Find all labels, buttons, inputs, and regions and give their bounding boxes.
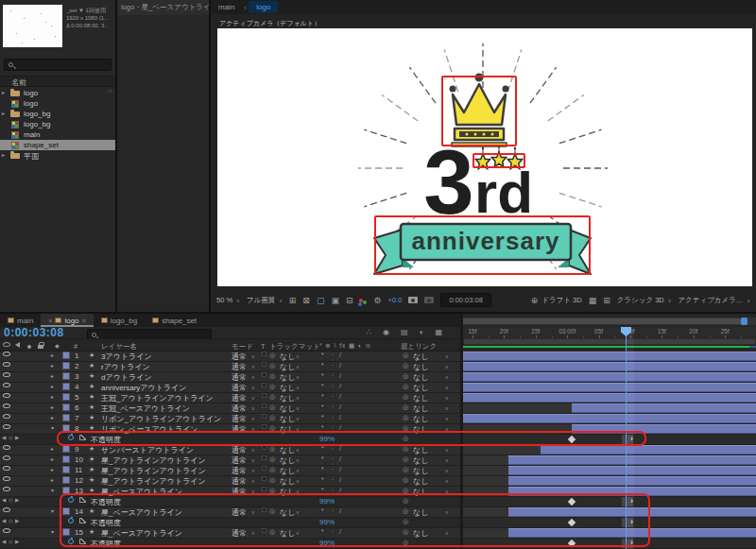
quality-switch-icon[interactable]: / <box>339 476 341 483</box>
layer-duration-bar[interactable] <box>463 393 756 403</box>
track-matte-pickwhip-icon[interactable]: ◎ <box>269 352 275 359</box>
layer-name[interactable]: 王冠_アウトラインアウトライン <box>101 393 214 403</box>
video-column-icon[interactable] <box>3 342 10 347</box>
track-matte-pickwhip-icon[interactable]: ◎ <box>269 372 275 380</box>
parent-pickwhip-icon[interactable]: ◎ <box>403 352 408 359</box>
layer-duration-bar[interactable] <box>463 372 756 382</box>
preserve-transparency-checkbox[interactable] <box>262 466 266 471</box>
expand-chevron-icon[interactable]: ▸ <box>51 372 54 379</box>
expand-chevron-icon[interactable]: ▸ <box>51 466 54 472</box>
expand-chevron-icon[interactable]: ▾ <box>51 507 54 514</box>
project-item-main[interactable]: main <box>0 129 115 140</box>
effects-switch-icon[interactable]: · <box>332 476 334 483</box>
layer-name[interactable]: サンバーストアウトライン <box>101 445 194 455</box>
solo-column-icon[interactable] <box>27 345 31 349</box>
graph-editor-icon[interactable]: ▦ <box>435 328 442 336</box>
snapshot-camera-icon[interactable] <box>408 297 418 303</box>
timeline-tab-logo_bg[interactable]: logo_bg <box>94 314 145 327</box>
layer-row-6[interactable]: ▸6★王冠_ベースアウトライン通常∨◎なし∨*·/◎なし∨ <box>0 403 756 414</box>
layer-duration-bar[interactable] <box>572 403 756 413</box>
collapse-switch-icon[interactable]: * <box>321 466 324 472</box>
blend-mode-dropdown[interactable]: 通常 <box>232 393 247 403</box>
project-item-平面[interactable]: ▸平面 <box>0 150 115 161</box>
label-color-chip[interactable] <box>62 383 70 390</box>
quality-switch-icon[interactable]: / <box>339 352 341 358</box>
quality-switch-icon[interactable]: / <box>339 362 341 369</box>
label-color-chip[interactable] <box>62 403 70 411</box>
track-matte-pickwhip-icon[interactable]: ◎ <box>269 445 275 453</box>
visibility-eye-icon[interactable] <box>3 445 10 450</box>
blend-mode-dropdown[interactable]: 通常 <box>232 445 247 455</box>
channel-rgb-icon[interactable] <box>359 299 363 302</box>
current-time-display[interactable]: 0:00:03:08 <box>4 326 64 339</box>
expand-chevron-icon[interactable]: ▸ <box>51 383 54 389</box>
quality-switch-icon[interactable]: / <box>339 455 341 462</box>
track-matte-pickwhip-icon[interactable]: ◎ <box>269 455 275 463</box>
renderer-dropdown[interactable]: クラシック 3D∨ <box>617 296 672 305</box>
effects-switch-icon[interactable]: · <box>332 455 334 462</box>
project-item-logo_bg[interactable]: ▸logo_bg <box>0 109 115 119</box>
parent-dropdown[interactable]: なし <box>413 362 428 372</box>
preserve-transparency-checkbox[interactable] <box>262 476 266 481</box>
t-column-header[interactable]: T <box>261 342 266 351</box>
next-keyframe-icon[interactable]: ▶ <box>15 539 19 544</box>
effects-switch-icon[interactable]: · <box>332 445 334 452</box>
effects-switch-icon[interactable]: · <box>332 383 334 389</box>
expand-chevron-icon[interactable]: ▸ <box>2 151 5 158</box>
quality-switch-icon[interactable]: / <box>339 414 341 420</box>
project-search-input[interactable] <box>4 59 112 71</box>
effects-switch-icon[interactable]: · <box>332 362 334 369</box>
expand-chevron-icon[interactable]: ▾ <box>51 424 54 431</box>
preserve-transparency-checkbox[interactable] <box>262 383 266 387</box>
preserve-transparency-checkbox[interactable] <box>262 414 266 419</box>
track-matte-pickwhip-icon[interactable]: ◎ <box>269 414 275 421</box>
collapse-switch-icon[interactable]: * <box>321 393 324 400</box>
transparency-grid-icon[interactable]: ▣ <box>331 296 339 305</box>
visibility-eye-icon[interactable] <box>3 476 10 481</box>
track-matte-column-header[interactable]: トラックマット <box>269 342 320 352</box>
expand-chevron-icon[interactable]: ▾ <box>51 487 54 493</box>
quality-switch-icon[interactable]: / <box>339 487 341 493</box>
expand-chevron-icon[interactable]: ▸ <box>51 403 54 410</box>
preserve-transparency-checkbox[interactable] <box>262 424 266 429</box>
layer-name[interactable]: rアウトライン <box>101 362 150 372</box>
lock-column-icon[interactable] <box>38 345 43 349</box>
visibility-eye-icon[interactable] <box>3 383 10 387</box>
layer-row-3[interactable]: ▸3★dアウトライン通常∨◎なし∨*·/◎なし∨ <box>0 372 756 383</box>
visibility-eye-icon[interactable] <box>3 466 10 471</box>
layer-duration-bar[interactable] <box>463 352 756 361</box>
preserve-transparency-checkbox[interactable] <box>262 362 266 367</box>
label-color-chip[interactable] <box>62 362 70 369</box>
visibility-eye-icon[interactable] <box>3 414 10 419</box>
expand-chevron-icon[interactable]: ▸ <box>51 455 54 462</box>
audio-column-icon[interactable] <box>15 342 20 348</box>
collapse-switch-icon[interactable]: * <box>321 403 324 410</box>
navigator-end-handle[interactable] <box>741 317 747 325</box>
quality-switch-icon[interactable]: / <box>339 466 341 472</box>
visibility-eye-icon[interactable] <box>3 455 10 460</box>
timeline-navigator[interactable] <box>463 317 756 325</box>
layer-row-1[interactable]: ▸1★3アウトライン通常∨◎なし∨*·/◎なし∨ <box>0 352 756 362</box>
expand-chevron-icon[interactable]: ▸ <box>51 362 54 369</box>
collapse-switch-icon[interactable]: * <box>321 383 324 389</box>
draft-3d-toggle[interactable]: ⊕ドラフト 3D <box>531 296 582 305</box>
prev-keyframe-icon[interactable]: ◀ <box>2 518 6 523</box>
blend-mode-dropdown[interactable]: 通常 <box>232 455 247 466</box>
label-column-icon[interactable]: ◆ <box>55 342 60 349</box>
effects-switch-icon[interactable]: · <box>332 372 334 379</box>
layer-duration-bar[interactable] <box>463 362 756 371</box>
parent-pickwhip-icon[interactable]: ◎ <box>403 372 408 380</box>
parent-dropdown[interactable]: なし <box>413 414 428 424</box>
visibility-eye-icon[interactable] <box>3 362 10 367</box>
prev-keyframe-icon[interactable]: ◀ <box>2 539 6 544</box>
parent-pickwhip-icon[interactable]: ◎ <box>403 383 408 390</box>
collapse-switch-icon[interactable]: * <box>321 362 324 369</box>
resolution-dropdown[interactable]: フル画質∨ <box>247 296 283 305</box>
label-color-chip[interactable] <box>62 455 70 463</box>
work-area-bar[interactable] <box>463 338 756 345</box>
layer-duration-bar[interactable] <box>463 414 756 423</box>
quality-switch-icon[interactable]: / <box>339 403 341 410</box>
parent-dropdown[interactable]: なし <box>413 455 428 466</box>
layer-name[interactable]: dアウトライン <box>101 372 152 383</box>
shy-layers-icon[interactable]: ◉ <box>383 328 389 336</box>
